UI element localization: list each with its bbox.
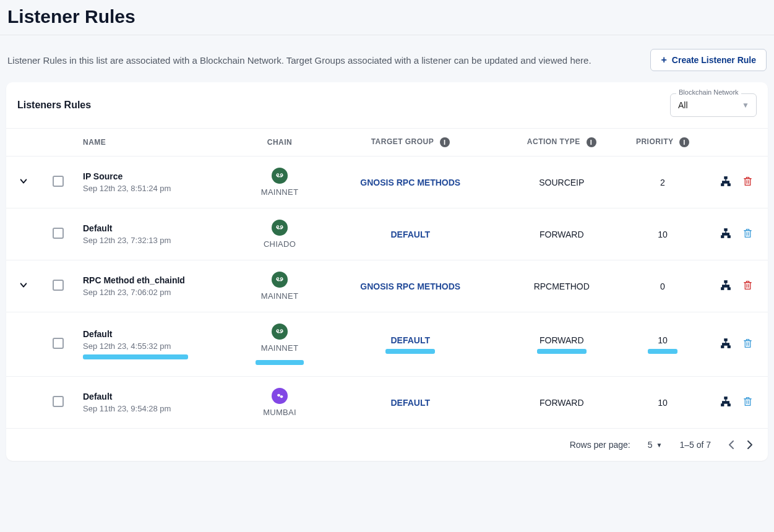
action-type: FORWARD [540,398,584,408]
chain-label: MAINNET [261,343,298,353]
page-title: Listener Rules [7,6,767,27]
plus-icon: + [661,54,666,66]
rule-timestamp: Sep 12th 23, 4:55:32 pm [83,341,229,351]
svg-rect-17 [728,288,731,290]
dropdown-caret-icon: ▼ [656,442,662,448]
chain-label: MAINNET [261,291,298,301]
rule-timestamp: Sep 12th 23, 8:51:24 pm [83,184,229,193]
highlight-bar [385,349,435,354]
svg-rect-4 [721,184,725,186]
priority: 10 [658,335,668,345]
target-group-link[interactable]: DEFAULT [391,335,431,345]
target-groups-icon[interactable] [720,396,731,407]
svg-point-12 [275,275,285,285]
network-filter[interactable]: Blockchain Network All ▼ [670,93,757,117]
delete-icon[interactable] [742,176,753,187]
rule-name: Default [83,329,229,339]
svg-rect-26 [721,404,725,406]
svg-rect-5 [728,184,731,186]
svg-rect-16 [721,288,725,290]
svg-rect-3 [725,177,728,179]
table-row: DefaultSep 12th 23, 4:55:32 pmMAINNETDEF… [6,312,768,377]
target-groups-icon[interactable] [720,176,731,187]
create-listener-rule-button[interactable]: + Create Listener Rule [650,49,767,71]
col-chain: CHAIN [236,129,323,157]
info-icon[interactable]: i [440,137,450,147]
svg-rect-27 [728,404,731,406]
col-action-type: ACTION TYPE i [498,129,626,157]
highlight-bar [648,349,677,354]
svg-point-6 [275,223,285,233]
target-group-link[interactable]: GNOSIS RPC METHODS [360,178,460,187]
svg-rect-10 [721,236,725,238]
rule-name: Default [83,223,229,233]
col-target-group: TARGET GROUP i [323,129,498,157]
action-type: FORWARD [540,335,584,345]
svg-rect-9 [725,229,728,231]
priority: 10 [658,230,668,239]
listeners-card: Listeners Rules Blockchain Network All ▼… [6,82,768,461]
intro-row: Listener Rules in this list are associat… [0,35,774,82]
svg-point-18 [275,327,285,337]
polygon-chain-icon [272,388,288,404]
target-group-link[interactable]: DEFAULT [391,398,431,408]
row-checkbox[interactable] [53,176,64,187]
highlight-bar [256,360,304,365]
priority: 2 [660,178,665,187]
rule-name: IP Source [83,171,229,181]
page-header: Listener Rules [0,0,774,35]
network-filter-legend: Blockchain Network [676,88,741,96]
next-page-button[interactable] [747,440,753,450]
chain-label: MUMBAI [263,408,296,417]
svg-rect-23 [728,346,731,348]
action-type: RPCMETHOD [534,281,590,291]
gnosis-chain-icon [272,272,288,288]
expand-toggle[interactable] [19,177,28,186]
highlight-bar [537,349,587,354]
svg-rect-15 [725,281,728,283]
target-group-link[interactable]: DEFAULT [391,230,431,239]
svg-point-0 [275,171,285,181]
rules-table: NAME CHAIN TARGET GROUP i ACTION TYPE i … [6,129,768,429]
rule-timestamp: Sep 11th 23, 9:54:28 pm [83,404,229,413]
card-header: Listeners Rules Blockchain Network All ▼ [6,82,768,129]
gnosis-chain-icon [272,168,288,184]
chain-label: MAINNET [261,187,298,197]
delete-icon[interactable] [742,228,753,239]
target-groups-icon[interactable] [720,280,731,291]
target-groups-icon[interactable] [720,228,731,239]
row-checkbox[interactable] [53,338,64,349]
info-icon[interactable]: i [587,137,596,147]
table-row: DefaultSep 12th 23, 7:32:13 pmCHIADODEFA… [6,208,768,260]
gnosis-chain-icon [272,324,288,340]
expand-toggle[interactable] [19,281,28,290]
rows-per-page-label: Rows per page: [570,440,630,450]
rule-timestamp: Sep 12th 23, 7:06:02 pm [83,288,229,297]
pagination: Rows per page: 5 ▼ 1–5 of 7 [6,429,768,461]
highlight-bar [83,354,188,359]
svg-rect-11 [728,236,731,238]
delete-icon[interactable] [742,338,753,349]
row-checkbox[interactable] [53,280,64,291]
svg-rect-25 [725,397,728,400]
page-range: 1–5 of 7 [679,440,711,450]
table-row: DefaultSep 11th 23, 9:54:28 pmMUMBAIDEFA… [6,377,768,429]
network-filter-value[interactable]: All [670,93,757,117]
gnosis-chain-icon [272,220,288,236]
table-row: RPC Method eth_chainIdSep 12th 23, 7:06:… [6,260,768,312]
target-groups-icon[interactable] [720,338,731,349]
col-priority: PRIORITY i [626,129,700,157]
target-group-link[interactable]: GNOSIS RPC METHODS [360,281,460,291]
row-checkbox[interactable] [53,228,64,239]
rule-name: Default [83,392,229,401]
info-icon[interactable]: i [679,137,689,147]
delete-icon[interactable] [742,396,753,407]
rows-per-page-select[interactable]: 5 ▼ [648,440,663,450]
svg-rect-22 [721,346,725,348]
svg-rect-21 [725,339,728,341]
priority: 0 [660,281,665,291]
rule-name: RPC Method eth_chainId [83,275,229,285]
delete-icon[interactable] [742,280,753,291]
row-checkbox[interactable] [53,396,64,407]
prev-page-button[interactable] [728,440,734,450]
